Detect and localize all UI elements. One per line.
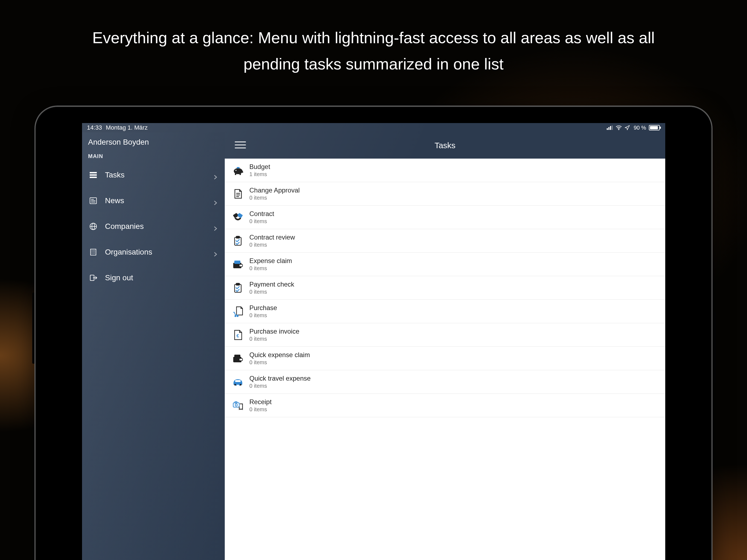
svg-point-4 — [618, 129, 620, 130]
sidebar-item-label: Organisations — [105, 248, 152, 256]
task-title: Quick travel expense — [249, 375, 311, 382]
task-subtitle: 0 items — [249, 242, 295, 248]
task-title: Change Approval — [249, 186, 300, 194]
task-row-contract-review[interactable]: Contract review 0 items — [225, 229, 665, 253]
sidebar-item-label: News — [105, 196, 124, 205]
sidebar-item-label: Sign out — [105, 274, 133, 282]
svg-point-33 — [94, 253, 95, 254]
task-title: Payment check — [249, 281, 294, 288]
chevron-right-icon — [213, 173, 218, 177]
svg-rect-62 — [233, 403, 239, 407]
svg-point-38 — [234, 168, 242, 174]
task-row-change-approval[interactable]: Change Approval 0 items — [225, 182, 665, 206]
svg-rect-64 — [235, 402, 237, 403]
marketing-headline: Everything at a glance: Menu with lightn… — [73, 25, 674, 77]
location-icon — [625, 125, 630, 130]
task-row-contract[interactable]: Contract 0 items — [225, 206, 665, 229]
task-row-quick-travel[interactable]: Quick travel expense 0 items — [225, 370, 665, 394]
newspaper-icon — [88, 196, 98, 205]
signout-icon — [88, 273, 98, 282]
svg-point-53 — [235, 315, 236, 316]
svg-point-31 — [92, 253, 93, 254]
task-subtitle: 0 items — [249, 195, 300, 201]
svg-rect-7 — [90, 177, 97, 178]
svg-rect-57 — [239, 358, 242, 361]
sidebar-item-companies[interactable]: Companies — [82, 213, 225, 239]
piggybank-icon — [232, 164, 244, 176]
task-row-expense-claim[interactable]: Expense claim 0 items — [225, 253, 665, 276]
svg-rect-47 — [236, 236, 239, 238]
task-title: Receipt — [249, 398, 272, 406]
svg-point-63 — [235, 404, 237, 406]
sidebar-item-signout[interactable]: Sign out — [82, 265, 225, 291]
task-subtitle: 0 items — [249, 218, 274, 225]
task-row-payment-check[interactable]: Payment check 0 items — [225, 276, 665, 300]
device-side-button-right — [713, 312, 716, 383]
svg-rect-6 — [90, 175, 97, 176]
device-side-button-left — [32, 292, 35, 364]
svg-rect-42 — [237, 167, 239, 169]
battery-icon — [649, 125, 660, 130]
svg-point-54 — [237, 315, 238, 316]
svg-rect-50 — [234, 261, 240, 264]
chevron-right-icon — [213, 198, 218, 203]
task-subtitle: 0 items — [249, 406, 272, 413]
main-area: Tasks Budget 1 items — [225, 132, 665, 560]
svg-point-30 — [94, 252, 95, 252]
svg-text:€: € — [236, 334, 239, 338]
sidebar-section-label: MAIN — [82, 149, 225, 162]
building-icon — [88, 248, 98, 257]
task-row-purchase-invoice[interactable]: € Purchase invoice 0 items — [225, 323, 665, 347]
battery-percent: 90 % — [634, 125, 646, 131]
camera-receipt-icon — [232, 400, 244, 411]
chevron-right-icon — [213, 224, 218, 229]
sidebar-user-name: Anderson Boyden — [82, 132, 225, 149]
menu-button[interactable] — [235, 141, 246, 150]
car-icon — [232, 376, 244, 388]
cart-document-icon — [232, 305, 244, 317]
sidebar-item-organisations[interactable]: Organisations — [82, 239, 225, 265]
invoice-euro-icon: € — [232, 329, 244, 341]
task-row-quick-expense[interactable]: Quick expense claim 0 items — [225, 347, 665, 370]
handshake-icon — [232, 211, 244, 223]
svg-rect-49 — [239, 264, 242, 266]
svg-rect-39 — [235, 173, 236, 175]
svg-point-27 — [94, 250, 95, 251]
status-time: 14:33 — [87, 124, 102, 131]
svg-point-26 — [93, 250, 94, 251]
svg-point-59 — [234, 384, 236, 385]
task-title: Expense claim — [249, 257, 292, 265]
task-row-receipt[interactable]: Receipt 0 items — [225, 394, 665, 417]
chevron-right-icon — [213, 250, 218, 255]
svg-point-29 — [93, 252, 94, 252]
svg-point-60 — [240, 384, 241, 385]
task-title: Contract — [249, 210, 274, 218]
wallet-icon — [232, 353, 244, 364]
status-bar: 14:33 Montag 1. März 90 % — [82, 123, 665, 132]
clipboard-check-icon — [232, 282, 244, 294]
task-row-budget[interactable]: Budget 1 items — [225, 159, 665, 182]
svg-rect-3 — [612, 126, 613, 130]
sidebar-item-label: Tasks — [105, 171, 125, 179]
tablet-screen: 14:33 Montag 1. März 90 % — [82, 123, 665, 560]
svg-rect-40 — [239, 173, 241, 175]
sidebar-item-label: Companies — [105, 222, 144, 231]
tablet-frame: 14:33 Montag 1. März 90 % — [35, 107, 712, 560]
page-title: Tasks — [435, 141, 456, 150]
task-row-purchase[interactable]: Purchase 0 items — [225, 300, 665, 323]
sidebar-item-tasks[interactable]: Tasks — [82, 162, 225, 188]
task-list[interactable]: Budget 1 items Change Approval 0 items — [225, 159, 665, 560]
task-title: Purchase — [249, 304, 277, 312]
task-subtitle: 0 items — [249, 312, 277, 319]
svg-rect-52 — [236, 283, 239, 285]
clipboard-check-icon — [232, 235, 244, 247]
task-title: Purchase invoice — [249, 328, 300, 335]
svg-rect-2 — [610, 126, 611, 130]
svg-rect-0 — [607, 128, 608, 130]
svg-point-25 — [92, 250, 93, 251]
task-title: Contract review — [249, 233, 295, 241]
task-subtitle: 0 items — [249, 359, 310, 365]
sidebar-item-news[interactable]: News — [82, 188, 225, 213]
svg-rect-58 — [234, 355, 240, 358]
main-header: Tasks — [225, 132, 665, 159]
